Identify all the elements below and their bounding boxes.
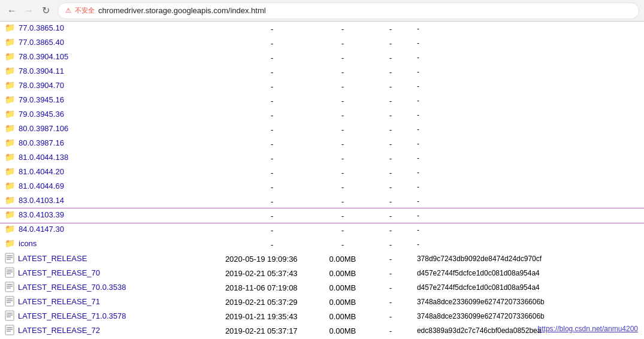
table-row: 📁81.0.4044.138---- bbox=[0, 151, 644, 165]
svg-rect-8 bbox=[5, 282, 14, 292]
forward-button[interactable]: → bbox=[22, 4, 36, 18]
table-row: 📁80.0.3987.106---- bbox=[0, 122, 644, 137]
address-bar[interactable]: ⚠ 不安全 chromedriver.storage.googleapis.co… bbox=[58, 2, 639, 19]
hash-cell: - bbox=[415, 180, 644, 194]
file-icon bbox=[5, 325, 14, 335]
hash-cell: - bbox=[415, 22, 644, 36]
folder-icon: 📁 bbox=[5, 210, 15, 219]
folder-icon: 📁 bbox=[5, 23, 15, 32]
table-row: 📁81.0.4044.20---- bbox=[0, 165, 644, 180]
reload-button[interactable]: ↻ bbox=[38, 4, 53, 18]
svg-rect-16 bbox=[5, 311, 14, 320]
size-cell: - bbox=[319, 223, 367, 237]
table-row: LATEST_RELEASE_702019-02-21 05:37:430.00… bbox=[0, 266, 644, 280]
hash-cell: - bbox=[415, 151, 644, 165]
file-link[interactable]: 81.0.4044.138 bbox=[19, 153, 68, 162]
hash-cell: - bbox=[415, 237, 644, 252]
date-cell: 2019-02-21 05:37:17 bbox=[223, 323, 319, 338]
extra-dash-cell: - bbox=[367, 79, 415, 93]
size-cell: - bbox=[319, 208, 367, 223]
file-icon bbox=[5, 310, 14, 321]
extra-dash-cell: - bbox=[367, 50, 415, 65]
folder-icon: 📁 bbox=[5, 95, 15, 104]
back-button[interactable]: ← bbox=[5, 4, 19, 18]
file-icon bbox=[5, 296, 14, 307]
file-link[interactable]: 81.0.4044.20 bbox=[19, 167, 64, 176]
date-cell: - bbox=[223, 165, 319, 180]
extra-dash-cell: - bbox=[367, 93, 415, 108]
file-link[interactable]: 77.0.3865.10 bbox=[19, 23, 64, 32]
file-name-cell: 📁84.0.4147.30 bbox=[0, 223, 223, 235]
extra-dash-cell: - bbox=[367, 36, 415, 50]
table-row: 📁77.0.3865.40---- bbox=[0, 36, 644, 50]
date-cell: - bbox=[223, 208, 319, 223]
file-link[interactable]: 80.0.3987.16 bbox=[19, 138, 64, 147]
file-link[interactable]: 78.0.3904.105 bbox=[19, 52, 68, 61]
size-cell: - bbox=[319, 65, 367, 79]
date-cell: - bbox=[223, 223, 319, 237]
size-cell: - bbox=[319, 50, 367, 65]
hash-cell: - bbox=[415, 223, 644, 237]
date-cell: - bbox=[223, 237, 319, 252]
table-row: 📁83.0.4103.14---- bbox=[0, 194, 644, 208]
file-link[interactable]: LATEST_RELEASE_70.0.3538 bbox=[18, 283, 126, 292]
table-row: 📁77.0.3865.10---- bbox=[0, 22, 644, 36]
table-row: 📁84.0.4147.30---- bbox=[0, 223, 644, 237]
hash-cell: - bbox=[415, 122, 644, 137]
date-cell: - bbox=[223, 180, 319, 194]
file-link[interactable]: 79.0.3945.36 bbox=[19, 110, 64, 119]
security-icon: ⚠ bbox=[65, 7, 71, 14]
table-row: 📁78.0.3904.11---- bbox=[0, 65, 644, 79]
size-cell: - bbox=[319, 151, 367, 165]
extra-dash-cell: - bbox=[367, 137, 415, 151]
file-link[interactable]: 78.0.3904.70 bbox=[19, 81, 64, 90]
file-link[interactable]: 84.0.4147.30 bbox=[19, 225, 64, 234]
file-link[interactable]: 77.0.3865.40 bbox=[19, 38, 64, 47]
extra-dash-cell: - bbox=[367, 151, 415, 165]
extra-dash-cell: - bbox=[367, 280, 415, 295]
extra-dash-cell: - bbox=[367, 208, 415, 223]
file-link[interactable]: 80.0.3987.106 bbox=[19, 124, 68, 133]
folder-icon: 📁 bbox=[5, 181, 15, 190]
hash-cell: - bbox=[415, 137, 644, 151]
extra-dash-cell: - bbox=[367, 323, 415, 338]
file-link[interactable]: 79.0.3945.16 bbox=[19, 95, 64, 104]
svg-rect-4 bbox=[5, 268, 14, 277]
table-row: 📁79.0.3945.36---- bbox=[0, 108, 644, 122]
table-row: LATEST_RELEASE_712019-02-21 05:37:290.00… bbox=[0, 295, 644, 309]
date-cell: - bbox=[223, 50, 319, 65]
extra-dash-cell: - bbox=[367, 237, 415, 252]
table-row: 📁78.0.3904.70---- bbox=[0, 79, 644, 93]
size-cell: - bbox=[319, 36, 367, 50]
file-link[interactable]: LATEST_RELEASE_71 bbox=[18, 297, 100, 306]
file-icon bbox=[5, 282, 14, 292]
file-link[interactable]: icons bbox=[19, 239, 37, 248]
hash-cell: - bbox=[415, 208, 644, 223]
folder-icon: 📁 bbox=[5, 123, 15, 133]
security-label: 不安全 bbox=[75, 6, 95, 15]
table-row: 📁78.0.3904.105---- bbox=[0, 50, 644, 65]
file-link[interactable]: LATEST_RELEASE bbox=[18, 254, 87, 263]
file-name-cell: 📁78.0.3904.11 bbox=[0, 65, 223, 77]
table-row: LATEST_RELEASE2020-05-19 19:09:360.00MB-… bbox=[0, 252, 644, 266]
file-name-cell: LATEST_RELEASE_70 bbox=[0, 266, 223, 279]
file-link[interactable]: LATEST_RELEASE_71.0.3578 bbox=[18, 311, 126, 320]
folder-icon: 📁 bbox=[5, 80, 15, 90]
size-cell: - bbox=[319, 180, 367, 194]
size-cell: - bbox=[319, 79, 367, 93]
extra-dash-cell: - bbox=[367, 252, 415, 266]
file-link[interactable]: 83.0.4103.14 bbox=[19, 196, 64, 205]
extra-dash-cell: - bbox=[367, 309, 415, 323]
file-name-cell: 📁83.0.4103.39 bbox=[0, 208, 223, 220]
file-link[interactable]: 83.0.4103.39 bbox=[19, 210, 64, 219]
file-name-cell: 📁80.0.3987.16 bbox=[0, 137, 223, 149]
file-link[interactable]: LATEST_RELEASE_70 bbox=[18, 268, 100, 277]
url-display: chromedriver.storage.googleapis.com/inde… bbox=[98, 6, 266, 15]
file-link[interactable]: LATEST_RELEASE_72 bbox=[18, 326, 100, 335]
date-cell: - bbox=[223, 122, 319, 137]
table-row: LATEST_RELEASE_71.0.35782019-01-21 19:35… bbox=[0, 309, 644, 323]
hash-cell: - bbox=[415, 93, 644, 108]
file-link[interactable]: 78.0.3904.11 bbox=[19, 66, 64, 75]
file-link[interactable]: 81.0.4044.69 bbox=[19, 181, 64, 190]
date-cell: - bbox=[223, 108, 319, 122]
